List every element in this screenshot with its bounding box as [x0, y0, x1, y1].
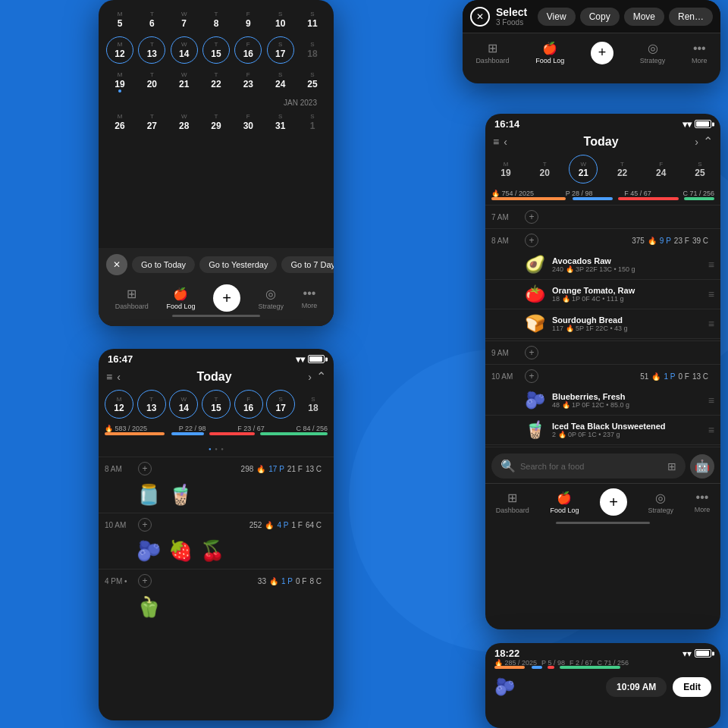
avocado-details[interactable]: Avocados Raw 240 🔥 3P 22F 13C • 150 g	[552, 256, 702, 273]
s2-add-button[interactable]: +	[591, 42, 613, 64]
cal-day-m12[interactable]: M12	[106, 36, 133, 64]
tea-edit-button[interactable]: ≡	[708, 424, 714, 436]
cal-day-m5[interactable]: M5	[106, 6, 133, 33]
avocado-edit-button[interactable]: ≡	[708, 259, 714, 271]
cal-day-m26[interactable]: M26	[106, 108, 133, 136]
s3-nav-dashboard[interactable]: ⊞ Dashboard	[496, 491, 529, 514]
s4-add-4pm-button[interactable]: +	[138, 574, 152, 588]
cal-day-w14[interactable]: W14	[171, 36, 198, 64]
deselect-button[interactable]: ✕	[470, 7, 490, 27]
s3-nav-foodlog[interactable]: 🍎 Food Log	[550, 491, 579, 514]
s5-calorie-bar	[494, 666, 525, 669]
add-food-button[interactable]: +	[213, 284, 240, 312]
blueberry-emoji: 🫐	[523, 391, 546, 410]
s4-mini-day-t13[interactable]: T13	[137, 390, 166, 419]
expand-icon[interactable]: ⌃	[703, 134, 713, 149]
s4-add-10am-button[interactable]: +	[138, 518, 152, 532]
tomato-edit-button[interactable]: ≡	[708, 288, 714, 300]
cal-day-t8[interactable]: T8	[202, 6, 230, 33]
goto-7days-button[interactable]: Go to 7 Days	[281, 256, 334, 273]
s4-next-arrow[interactable]: ›	[308, 371, 312, 383]
barcode-scan-icon[interactable]: ⊞	[667, 460, 676, 472]
cal-day-f16[interactable]: F16	[234, 36, 262, 64]
cal-day-t29[interactable]: T29	[202, 108, 230, 136]
cal-day-m19[interactable]: M19	[106, 67, 133, 94]
bread-edit-button[interactable]: ≡	[708, 318, 714, 330]
view-button[interactable]: View	[538, 8, 576, 26]
close-button[interactable]: ✕	[106, 254, 127, 275]
cal-day-w21[interactable]: W21	[171, 67, 198, 94]
add-9am-button[interactable]: +	[525, 346, 538, 359]
goto-today-button[interactable]: Go to Today	[132, 256, 195, 273]
cal-day-t22[interactable]: T22	[202, 67, 230, 94]
cal-day-s10[interactable]: S10	[267, 6, 294, 33]
s5-edit-button[interactable]: Edit	[673, 677, 711, 697]
s4-mini-day-m12[interactable]: M12	[105, 390, 133, 419]
nav-strategy[interactable]: ◎ Strategy	[259, 287, 284, 310]
menu-icon[interactable]: ≡	[493, 136, 499, 148]
add-8am-button[interactable]: +	[525, 234, 538, 247]
copy-button[interactable]: Copy	[580, 8, 620, 26]
mini-day-w21[interactable]: W21	[569, 155, 598, 184]
next-arrow[interactable]: ›	[695, 136, 698, 148]
s3-add-button[interactable]: +	[600, 488, 627, 516]
s2-nav-strategy[interactable]: ◎ Strategy	[640, 41, 666, 64]
s4-prev-arrow[interactable]: ‹	[117, 371, 121, 383]
s4-4pm-totals: 33 🔥 1 P 0 F 8 C	[252, 576, 328, 587]
blueberry-edit-button[interactable]: ≡	[708, 394, 714, 406]
mini-day-s25[interactable]: S25	[686, 155, 714, 184]
s4-mini-day-t15[interactable]: T15	[202, 390, 231, 419]
cal-day-t27[interactable]: T27	[138, 108, 165, 136]
move-button[interactable]: Move	[624, 8, 664, 26]
ai-button[interactable]: 🤖	[690, 454, 714, 479]
cal-day-s24[interactable]: S24	[267, 67, 294, 94]
mini-day-t20[interactable]: T20	[530, 155, 559, 184]
cal-day-s31[interactable]: S31	[267, 108, 294, 136]
prev-arrow[interactable]: ‹	[504, 136, 507, 148]
mini-day-t22[interactable]: T22	[608, 155, 637, 184]
nav-more[interactable]: ••• More	[302, 287, 318, 309]
goto-yesterday-button[interactable]: Go to Yesterday	[199, 256, 277, 273]
s2-foodlog-icon: 🍎	[542, 41, 557, 55]
add-10am-button[interactable]: +	[525, 369, 538, 383]
s4-mini-day-f16[interactable]: F16	[234, 390, 263, 419]
cal-day-w28[interactable]: W28	[171, 108, 198, 136]
s2-nav-foodlog[interactable]: 🍎 Food Log	[535, 41, 564, 64]
time-slot-7am: 7 AM +	[485, 207, 720, 227]
cal-day-s18[interactable]: S18	[299, 36, 326, 64]
cal-day-f30[interactable]: F30	[234, 108, 262, 136]
s2-nav-more[interactable]: ••• More	[692, 42, 708, 64]
cal-day-t15[interactable]: T15	[202, 36, 230, 64]
cal-day-s1[interactable]: S1	[299, 108, 326, 136]
tea-details[interactable]: Iced Tea Black Unsweetened 2 🔥 0P 0F 1C …	[552, 422, 702, 438]
cal-day-f23[interactable]: F23	[234, 67, 262, 94]
s4-mini-day-s17[interactable]: S17	[266, 390, 295, 419]
cal-day-t6[interactable]: T6	[138, 6, 165, 33]
s4-expand-icon[interactable]: ⌃	[316, 369, 326, 384]
cal-day-w7[interactable]: W7	[171, 6, 198, 33]
cal-day-s17[interactable]: S17	[267, 36, 294, 64]
rename-button[interactable]: Ren…	[669, 8, 713, 26]
bread-details[interactable]: Sourdough Bread 117 🔥 5P 1F 22C • 43 g	[552, 315, 702, 332]
nav-foodlog[interactable]: 🍎 Food Log	[166, 287, 195, 310]
search-bar[interactable]: 🔍 Search for a food ⊞	[491, 453, 686, 479]
s3-nav-more[interactable]: ••• More	[695, 491, 711, 513]
s2-nav-dashboard[interactable]: ⊞ Dashboard	[475, 41, 509, 64]
s4-add-8am-button[interactable]: +	[138, 462, 152, 475]
cal-day-s11[interactable]: S11	[299, 6, 326, 33]
mini-day-f24[interactable]: F24	[647, 155, 676, 184]
cal-day-s25[interactable]: S25	[299, 67, 326, 94]
mini-day-m19[interactable]: M19	[491, 155, 520, 184]
nav-dashboard[interactable]: ⊞ Dashboard	[115, 287, 149, 310]
s4-mini-day-w14[interactable]: W14	[169, 390, 198, 419]
cal-day-t13[interactable]: T13	[138, 36, 165, 64]
s4-menu-icon[interactable]: ≡	[106, 371, 112, 383]
cal-day-f9[interactable]: F9	[234, 6, 262, 33]
s4-mini-day-s18[interactable]: S18	[299, 390, 328, 419]
tomato-details[interactable]: Orange Tomato, Raw 18 🔥 1P 0F 4C • 111 g	[552, 286, 702, 303]
add-7am-button[interactable]: +	[525, 210, 538, 224]
blueberry-details[interactable]: Blueberries, Fresh 48 🔥 1P 0F 12C • 85.0…	[552, 392, 702, 409]
s3-nav-strategy[interactable]: ◎ Strategy	[648, 491, 674, 514]
s4-protein-macro: P 22 / 98	[179, 425, 206, 432]
cal-day-t20[interactable]: T20	[138, 67, 165, 94]
